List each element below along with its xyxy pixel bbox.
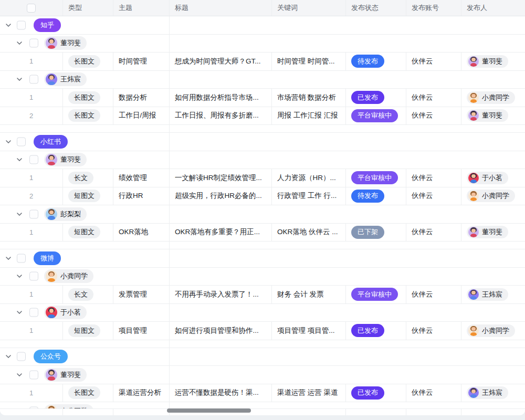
- checkbox[interactable]: [29, 209, 38, 218]
- publisher-pill[interactable]: 小龚同学: [467, 324, 515, 337]
- chevron-down-icon[interactable]: [5, 353, 12, 360]
- row-number: 2: [0, 187, 62, 205]
- checkbox[interactable]: [29, 155, 38, 164]
- column-header-topic[interactable]: 主题: [113, 0, 175, 16]
- platform-group-row[interactable]: 微博: [0, 249, 525, 268]
- title-cell[interactable]: 如何进行项目管理和协作...: [169, 322, 281, 340]
- avatar: [46, 405, 57, 409]
- avatar: [468, 326, 479, 336]
- person-name: 董羽斐: [60, 155, 81, 164]
- row-number: 1: [0, 169, 62, 187]
- type-badge: 长图文: [68, 55, 100, 68]
- person-pill: 小龚同学: [44, 269, 93, 283]
- chevron-down-icon[interactable]: [5, 22, 12, 28]
- person-group-row[interactable]: 董羽斐: [0, 366, 525, 384]
- avatar: [46, 154, 57, 165]
- column-header-title[interactable]: 标题: [169, 0, 277, 16]
- chevron-down-icon[interactable]: [5, 255, 12, 261]
- chevron-down-icon[interactable]: [16, 372, 23, 378]
- checkbox[interactable]: [29, 308, 38, 317]
- publisher-pill[interactable]: 董羽斐: [467, 55, 508, 68]
- person-group-row[interactable]: 于小茗: [0, 304, 525, 322]
- person-group-row[interactable]: 小龚同学: [0, 268, 525, 286]
- select-all-checkbox[interactable]: [27, 4, 36, 13]
- person-name: 于小茗: [60, 308, 81, 317]
- keywords-cell[interactable]: 财务 会计 发票: [271, 286, 355, 303]
- platform-group-row[interactable]: 公众号: [0, 348, 525, 366]
- status-badge: 平台审核中: [351, 109, 398, 122]
- publisher-pill[interactable]: 小龚同学: [467, 190, 515, 202]
- keywords-cell[interactable]: 人力资源（HR）...: [271, 169, 355, 187]
- checkbox[interactable]: [17, 254, 26, 262]
- checkbox[interactable]: [17, 352, 26, 361]
- column-header-publisher[interactable]: 发布人: [461, 0, 525, 16]
- chevron-down-icon[interactable]: [16, 309, 23, 316]
- keywords-cell[interactable]: 市场营销 数据分析: [271, 89, 355, 107]
- person-group-row[interactable]: 董羽斐: [0, 151, 525, 170]
- title-cell[interactable]: 超级实用，行政HR必备的...: [169, 187, 281, 205]
- table-row[interactable]: 1 长图文 数据分析 如何用数据分析指导市场... 市场营销 数据分析 已发布 …: [0, 89, 525, 107]
- title-cell[interactable]: 如何用数据分析指导市场...: [169, 89, 281, 107]
- person-group-row[interactable]: 董羽斐: [0, 35, 525, 53]
- person-pill: 小龚同学: [44, 404, 93, 409]
- type-badge: 短图文: [68, 226, 100, 238]
- title-cell[interactable]: 运营不懂数据是硬伤！渠...: [169, 384, 281, 402]
- table-row[interactable]: 1 长图文 时间管理 想成为时间管理大师？GT... 时间管理 时间管... 待…: [0, 52, 525, 71]
- chevron-down-icon[interactable]: [16, 156, 23, 163]
- platform-badge: 微博: [34, 251, 61, 265]
- checkbox[interactable]: [29, 370, 38, 379]
- table-row[interactable]: 2 短图文 行政HR 超级实用，行政HR必备的... 行政管理 工作 行... …: [0, 187, 525, 206]
- person-name: 小龚同学: [60, 271, 88, 281]
- platform-group-row[interactable]: 知乎: [0, 16, 525, 35]
- column-header-account[interactable]: 发布账号: [406, 0, 467, 16]
- title-cell[interactable]: 一文解读HR制定绩效管理...: [169, 169, 281, 187]
- title-cell[interactable]: 想成为时间管理大师？GT...: [169, 52, 281, 70]
- person-group-row[interactable]: 小龚同学: [0, 402, 525, 409]
- keywords-cell[interactable]: 项目管理 项目管...: [271, 322, 355, 340]
- title-cell[interactable]: OKR落地有多重要？用正...: [169, 224, 281, 242]
- table-row[interactable]: 1 长文 绩效管理 一文解读HR制定绩效管理... 人力资源（HR）... 平台…: [0, 169, 525, 187]
- checkbox[interactable]: [29, 75, 38, 84]
- chevron-down-icon[interactable]: [16, 211, 23, 217]
- table-row[interactable]: 1 短图文 项目管理 如何进行项目管理和协作... 项目管理 项目管... 已发…: [0, 322, 525, 340]
- chevron-down-icon[interactable]: [16, 76, 23, 82]
- platform-group-row[interactable]: 小红书: [0, 133, 525, 151]
- keywords-cell[interactable]: 行政管理 工作 行...: [271, 187, 355, 205]
- person-group-row[interactable]: 王炜宸: [0, 71, 525, 89]
- column-header-keywords[interactable]: 关键词: [271, 0, 351, 16]
- table-row[interactable]: 1 短图文 OKR落地 OKR落地有多重要？用正... OKR落地 伙伴云 ..…: [0, 224, 525, 242]
- chevron-down-icon[interactable]: [5, 139, 12, 145]
- chevron-down-icon[interactable]: [16, 273, 23, 279]
- publisher-pill[interactable]: 董羽斐: [467, 109, 508, 122]
- avatar: [468, 110, 479, 121]
- publisher-pill[interactable]: 王炜宸: [467, 288, 508, 301]
- group-gap: [0, 242, 525, 249]
- type-badge: 长图文: [68, 386, 100, 399]
- checkbox[interactable]: [29, 39, 38, 48]
- table-row[interactable]: 1 长文 发票管理 不用再手动录入发票了！... 财务 会计 发票 平台审核中 …: [0, 286, 525, 304]
- person-group-row[interactable]: 彭梨梨: [0, 205, 525, 224]
- keywords-cell[interactable]: OKR落地 伙伴云 ...: [271, 224, 355, 242]
- publisher-pill[interactable]: 董羽斐: [467, 226, 508, 238]
- keywords-cell[interactable]: 时间管理 时间管...: [271, 52, 355, 70]
- type-badge: 长图文: [68, 109, 100, 122]
- table-row[interactable]: 1 长图文 渠道运营分析 运营不懂数据是硬伤！渠... 渠道运营 运营 渠道 已…: [0, 384, 525, 403]
- publisher-pill[interactable]: 王炜宸: [467, 386, 508, 399]
- horizontal-scrollbar[interactable]: [167, 408, 251, 413]
- publisher-pill[interactable]: 于小茗: [467, 172, 508, 184]
- checkbox[interactable]: [29, 272, 38, 281]
- chevron-down-icon[interactable]: [16, 40, 23, 46]
- table-row[interactable]: 2 长图文 工作日/周报 工作日报、周报有多折磨... 周报 工作汇报 汇报 平…: [0, 107, 525, 125]
- title-cell[interactable]: 工作日报、周报有多折磨...: [169, 107, 281, 125]
- checkbox[interactable]: [17, 20, 26, 29]
- publisher-pill[interactable]: 小龚同学: [467, 91, 515, 104]
- group-gap: [0, 340, 525, 348]
- keywords-cell[interactable]: 周报 工作汇报 汇报: [271, 107, 355, 125]
- type-badge: 长图文: [68, 91, 100, 104]
- title-cell[interactable]: 不用再手动录入发票了！...: [169, 286, 281, 303]
- checkbox[interactable]: [17, 137, 26, 146]
- column-header-type[interactable]: 类型: [62, 0, 119, 16]
- person-pill: 于小茗: [44, 306, 87, 319]
- column-header-status[interactable]: 发布状态: [345, 0, 412, 16]
- keywords-cell[interactable]: 渠道运营 运营 渠道: [271, 384, 355, 402]
